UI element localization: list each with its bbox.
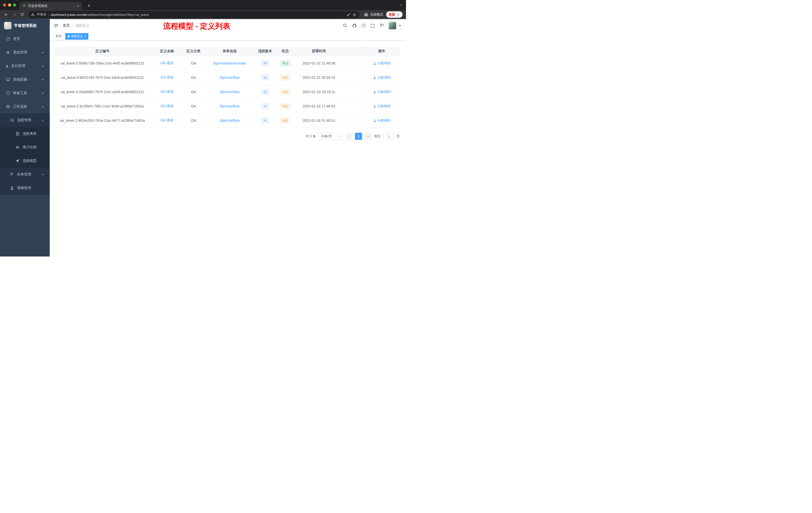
update-button[interactable]: 更新 ⋮ [386,11,403,18]
page-size-select[interactable]: 10条/页 [318,133,343,140]
browser-tab[interactable]: 芋道管理系统 × [20,2,82,10]
fullscreen-icon[interactable] [371,24,375,28]
definition-name-link[interactable]: OA 请假 [161,118,173,123]
chevron-up-icon [42,106,44,109]
cube-icon [6,105,10,109]
chevron-down-icon [42,173,44,175]
kebab-menu-icon[interactable]: ⋮ [397,13,400,16]
next-page-button[interactable]: › [365,133,372,140]
table-row: oa_leave:4:991f2193-7b7f-11ec-a3c8-acde4… [55,70,400,85]
app-logo: 芋道管理系统 [0,19,50,32]
chevron-up-icon [42,120,44,122]
minimize-window-button[interactable] [8,3,11,6]
paper-plane-icon [16,159,20,163]
sidebar-item-home[interactable]: 首页 [0,32,50,46]
table-row: oa_leave:1:482ec033-762a-11ec-8477-a2380… [55,114,400,128]
form-link[interactable]: /bpm/oa/flow [220,76,239,80]
forward-icon[interactable] [10,11,18,18]
assign-rule-button[interactable]: 分配规则 [373,90,391,94]
address-bar[interactable]: 不安全 dashboard.yudao.iocoder.cn/bpm/manag… [28,11,359,18]
sidebar-item-devtools[interactable]: 研发工具 [0,86,50,100]
traffic-lights [3,3,16,6]
tab-close-icon[interactable]: × [77,4,79,8]
definition-name-link[interactable]: OA 请假 [161,104,173,109]
assign-rule-button[interactable]: 分配规则 [373,104,391,109]
col-definition-category: 定义分类 [184,46,203,56]
definition-name-link[interactable]: OA 请假 [161,61,173,65]
tag-close-icon[interactable]: × [84,35,86,38]
form-link[interactable]: /bpm/oa/flow [220,118,239,122]
back-icon[interactable] [2,11,9,18]
key-icon[interactable] [347,13,350,17]
sidebar-menu: 首页 系统管理 ¥ 支付管理 基础设施 研发工具 [0,32,50,195]
tag-process-definition[interactable]: 流程定义 × [65,33,88,40]
tag-home[interactable]: 首页 [53,33,64,40]
definition-id: oa_leave:3:1fad3d93-7b75-11ec-a3c8-acde4… [55,85,150,99]
incognito-badge: 无痕模式 [364,12,383,17]
sidebar-item-process-model[interactable]: 流程模型 [0,154,50,168]
list-icon [10,118,14,122]
monitor-icon [6,78,10,82]
users-icon [16,145,20,149]
yen-icon: ¥ [6,64,8,68]
version-tag: v5 [261,60,269,66]
hamburger-icon[interactable] [54,23,59,28]
definition-category: OA [184,56,203,70]
search-icon[interactable] [343,23,347,28]
reload-icon[interactable] [19,11,26,18]
sidebar-item-leave-query[interactable]: 请假查询 [0,181,50,195]
col-deploy-time: 部署时间 [296,46,342,56]
form-link[interactable]: /bpm/oa/flow [220,90,239,94]
table-row: oa_leave:5:004b710b-7b8a-11ec-8ef0-acde4… [55,56,400,70]
browser-tab-strip: 芋道管理系统 × + [0,0,406,10]
jump-suffix: 页 [397,134,400,139]
github-icon[interactable] [352,23,357,28]
deploy-time: 2022-01-22 21:48:38 [296,56,342,70]
page-content: 定义编号 定义名称 定义分类 表单信息 流程版本 状态 部署时间 操作 oa_l… [50,41,406,256]
definition-name-link[interactable]: OA 请假 [161,75,173,80]
caret-down-icon [339,136,341,137]
sidebar-item-user-group[interactable]: 用户分组 [0,141,50,154]
status-tag: 挂起 [280,103,291,109]
sidebar-item-process-management[interactable]: 流程管理 [0,114,50,127]
sidebar-item-task-management[interactable]: 任务管理 [0,168,50,181]
form-link[interactable]: /bpm/oa/flow [220,104,239,108]
definition-id: oa_leave:2:3c1f0ef1-76b1-11ec-9c66-a2380… [55,99,150,113]
assign-rule-button[interactable]: 分配规则 [373,75,391,80]
breadcrumb-home-link[interactable]: 首页 [63,23,70,28]
page-jump-input[interactable] [383,133,394,140]
caret-down-icon[interactable] [399,25,401,26]
form-link[interactable]: /bpm/oa/leave/create [213,61,246,65]
breadcrumb-separator: / [72,24,73,28]
zoom-window-button[interactable] [13,3,16,6]
shield-icon [6,91,10,95]
security-label: 不安全 [37,12,47,17]
sidebar-item-process-form[interactable]: 流程表单 [0,127,50,141]
definition-category: OA [184,114,203,127]
close-window-button[interactable] [3,3,6,6]
definition-name-link[interactable]: OA 请假 [161,90,173,94]
sidebar-item-system[interactable]: 系统管理 [0,46,50,59]
question-icon[interactable]: ? [361,24,366,28]
new-tab-button[interactable]: + [85,2,92,9]
pagination: 共 5 条 10条/页 ‹ 1 › 前往 页 [55,133,400,140]
current-page-button[interactable]: 1 [355,133,362,140]
sidebar-item-payment[interactable]: ¥ 支付管理 [0,59,50,73]
assign-rule-button[interactable]: 分配规则 [373,61,391,65]
favicon-icon [22,4,26,8]
user-icon [10,186,14,190]
assign-rule-button[interactable]: 分配规则 [373,118,391,123]
chevron-down-icon [42,51,44,54]
star-icon[interactable] [352,13,356,17]
sidebar-item-workflow[interactable]: 工作流程 [0,100,50,114]
sidebar-item-infrastructure[interactable]: 基础设施 [0,73,50,86]
col-status: 状态 [274,46,296,56]
tab-search-chevron-icon[interactable] [400,3,403,6]
col-process-version: 流程版本 [256,46,274,56]
sidebar: 芋道管理系统 首页 系统管理 ¥ 支付管理 基础设施 [0,19,50,256]
chevron-down-icon [42,64,44,67]
table-row: oa_leave:3:1fad3d93-7b75-11ec-a3c8-acde4… [55,85,400,99]
avatar[interactable] [389,22,396,29]
prev-page-button[interactable]: ‹ [346,133,352,140]
font-size-icon[interactable]: TT [380,24,384,28]
